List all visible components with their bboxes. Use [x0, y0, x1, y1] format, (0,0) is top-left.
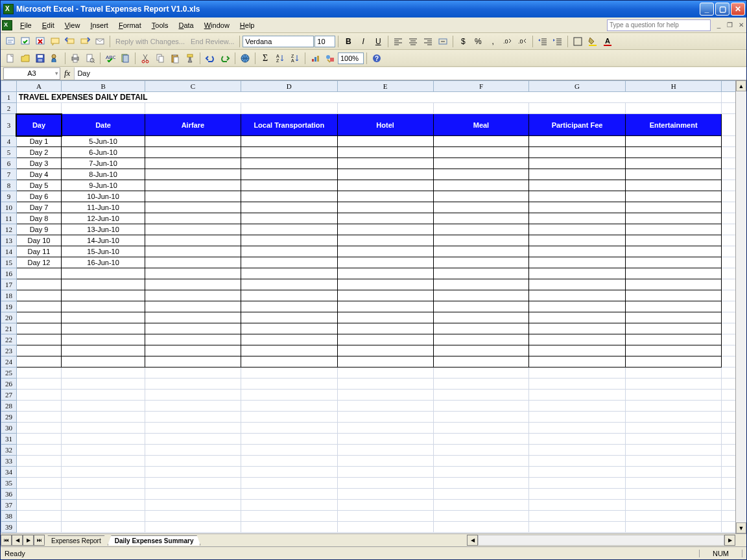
data-cell[interactable] [145, 147, 241, 158]
col-header[interactable]: G [529, 81, 625, 92]
data-cell[interactable]: 11-Jun-10 [62, 202, 145, 213]
data-cell[interactable] [433, 334, 529, 345]
data-cell[interactable] [62, 279, 145, 290]
data-cell[interactable] [241, 213, 337, 224]
sort-asc-button[interactable]: AZ [273, 51, 287, 65]
data-cell[interactable] [241, 279, 337, 290]
scroll-right-button[interactable]: ▶ [724, 535, 735, 546]
data-cell[interactable] [529, 191, 625, 202]
data-cell[interactable] [145, 323, 241, 334]
data-cell[interactable] [241, 147, 337, 158]
data-cell[interactable] [62, 301, 145, 312]
data-cell[interactable] [16, 334, 61, 345]
row-header[interactable]: 19 [1, 301, 17, 312]
data-cell[interactable] [337, 246, 433, 257]
data-cell[interactable]: Day 11 [16, 246, 61, 257]
data-cell[interactable] [529, 312, 625, 323]
menu-help[interactable]: Help [235, 20, 260, 30]
data-cell[interactable] [433, 213, 529, 224]
next-comment-icon[interactable] [78, 34, 92, 49]
data-cell[interactable]: Day 10 [16, 235, 61, 246]
data-cell[interactable] [529, 268, 625, 279]
data-cell[interactable] [337, 213, 433, 224]
data-cell[interactable] [145, 301, 241, 312]
data-cell[interactable]: Day 1 [16, 136, 61, 147]
copy-icon[interactable] [153, 51, 167, 65]
data-cell[interactable] [625, 180, 722, 191]
scroll-down-button[interactable]: ▼ [736, 522, 746, 533]
data-cell[interactable] [433, 323, 529, 334]
row-header[interactable]: 35 [1, 478, 17, 489]
row-header[interactable]: 25 [1, 368, 17, 379]
menu-window[interactable]: Window [199, 20, 235, 30]
row-header[interactable]: 34 [1, 467, 17, 478]
hyperlink-icon[interactable] [238, 51, 252, 65]
data-cell[interactable] [241, 202, 337, 213]
help-icon[interactable]: ? [370, 51, 384, 65]
row-header[interactable]: 7 [1, 169, 17, 180]
doc-restore-button[interactable]: ❐ [726, 21, 734, 29]
show-changes-icon[interactable] [3, 34, 18, 49]
row-header[interactable]: 23 [1, 345, 17, 356]
data-cell[interactable] [337, 290, 433, 301]
col-header[interactable]: H [625, 81, 722, 92]
data-cell[interactable] [625, 345, 722, 356]
data-cell[interactable] [433, 301, 529, 312]
data-cell[interactable] [337, 301, 433, 312]
data-cell[interactable]: 5-Jun-10 [62, 136, 145, 147]
align-right-button[interactable] [421, 34, 435, 49]
column-header-cell[interactable]: Meal [433, 114, 529, 136]
previous-comment-icon[interactable] [63, 34, 77, 49]
data-cell[interactable] [529, 169, 625, 180]
data-cell[interactable] [62, 312, 145, 323]
research-icon[interactable] [118, 51, 132, 65]
data-cell[interactable]: Day 9 [16, 224, 61, 235]
data-cell[interactable] [241, 180, 337, 191]
tab-nav-prev[interactable]: ◀ [12, 535, 23, 546]
data-cell[interactable] [337, 356, 433, 368]
data-cell[interactable] [337, 180, 433, 191]
merge-center-button[interactable] [436, 34, 450, 49]
data-cell[interactable] [62, 334, 145, 345]
data-cell[interactable] [433, 290, 529, 301]
data-cell[interactable] [145, 356, 241, 368]
data-cell[interactable] [241, 169, 337, 180]
decrease-decimal-button[interactable]: .0 [516, 34, 530, 49]
send-mail-icon[interactable] [93, 34, 107, 49]
sort-desc-button[interactable]: ZA [288, 51, 302, 65]
data-cell[interactable] [241, 235, 337, 246]
data-cell[interactable] [529, 356, 625, 368]
data-cell[interactable] [241, 345, 337, 356]
zoom-select[interactable] [338, 52, 364, 64]
data-cell[interactable] [62, 290, 145, 301]
data-cell[interactable] [145, 169, 241, 180]
data-cell[interactable] [529, 147, 625, 158]
formula-input[interactable] [74, 67, 746, 80]
sheet-tab[interactable]: Expenses Report [44, 535, 108, 546]
data-cell[interactable] [529, 136, 625, 147]
data-cell[interactable] [433, 147, 529, 158]
reply-changes-button[interactable]: Reply with Changes... [113, 38, 187, 45]
data-cell[interactable] [16, 356, 61, 368]
data-cell[interactable] [433, 235, 529, 246]
menu-insert[interactable]: Insert [85, 20, 113, 30]
column-header-cell[interactable]: Hotel [337, 114, 433, 136]
row-header[interactable]: 17 [1, 279, 17, 290]
data-cell[interactable] [433, 356, 529, 368]
data-cell[interactable] [241, 301, 337, 312]
data-cell[interactable] [529, 246, 625, 257]
menu-format[interactable]: Format [113, 20, 147, 30]
row-header[interactable]: 31 [1, 434, 17, 445]
data-cell[interactable] [433, 312, 529, 323]
data-cell[interactable] [16, 268, 61, 279]
row-header[interactable]: 29 [1, 412, 17, 423]
column-header-cell[interactable]: Day [16, 114, 61, 136]
data-cell[interactable] [625, 224, 722, 235]
data-cell[interactable]: 10-Jun-10 [62, 191, 145, 202]
align-center-button[interactable] [406, 34, 420, 49]
row-header[interactable]: 11 [1, 213, 17, 224]
row-header[interactable]: 5 [1, 147, 17, 158]
row-header[interactable]: 28 [1, 401, 17, 412]
data-cell[interactable] [625, 356, 722, 368]
data-cell[interactable] [241, 246, 337, 257]
